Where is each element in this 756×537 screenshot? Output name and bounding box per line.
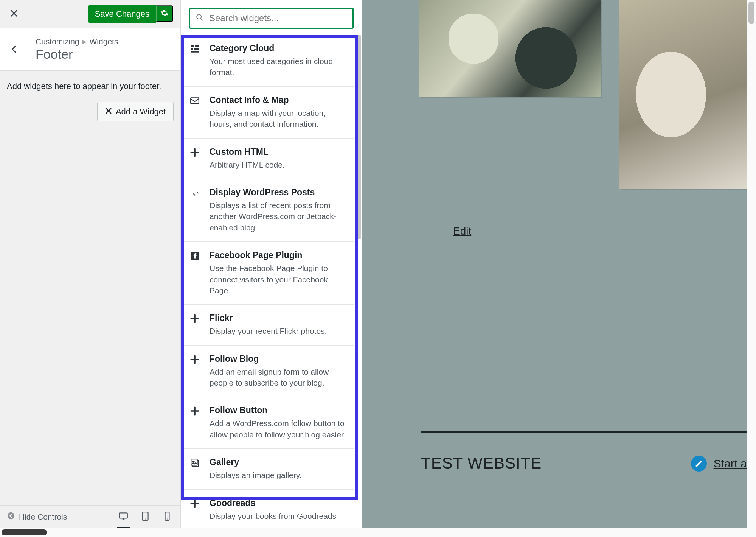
mobile-icon xyxy=(162,511,172,523)
widgets-instructions: Add widgets here to appear in your foote… xyxy=(7,81,174,91)
svg-rect-9 xyxy=(191,48,193,50)
widget-item-desc: Displays an image gallery. xyxy=(210,470,345,481)
preview-divider xyxy=(421,431,747,433)
breadcrumb-customizing: Customizing xyxy=(36,37,79,46)
tablet-icon xyxy=(140,511,150,523)
customizer-body: Add widgets here to appear in your foote… xyxy=(0,71,180,132)
widget-item-title: Follow Blog xyxy=(210,354,345,364)
widget-list: Category CloudYour most used categories … xyxy=(181,35,354,528)
widget-item-title: Contact Info & Map xyxy=(210,95,345,105)
mail-icon xyxy=(190,95,201,130)
desktop-icon xyxy=(118,511,128,523)
preview-edit-link[interactable]: Edit xyxy=(453,225,471,237)
save-changes-button[interactable]: Save Changes xyxy=(88,5,156,23)
gallery-icon xyxy=(190,457,201,481)
widget-item[interactable]: FlickrDisplay your recent Flickr photos. xyxy=(181,305,354,345)
widget-item-title: Follow Button xyxy=(210,405,345,416)
gear-icon xyxy=(161,9,168,18)
plus-icon xyxy=(190,354,201,389)
widget-item[interactable]: Custom HTMLArbitrary HTML code. xyxy=(181,139,354,179)
widget-item[interactable]: GalleryDisplays an image gallery. xyxy=(181,449,354,489)
widget-search-input[interactable] xyxy=(208,12,347,24)
widget-search-field[interactable] xyxy=(189,8,354,29)
widget-item[interactable]: Facebook Page PluginUse the Facebook Pag… xyxy=(181,242,354,305)
preview-cta[interactable]: Start a xyxy=(691,456,747,472)
widget-item-title: Goodreads xyxy=(210,498,345,508)
window-horizontal-scrollbar[interactable] xyxy=(0,528,747,537)
preview-cta-label: Start a xyxy=(714,457,747,470)
widget-item-title: Custom HTML xyxy=(210,147,345,157)
preview-image-1 xyxy=(419,0,601,97)
svg-point-5 xyxy=(167,518,168,519)
widget-item-desc: Display your books from Goodreads xyxy=(210,511,345,521)
widget-item-desc: Your most used categories in cloud forma… xyxy=(210,56,345,78)
site-preview: Edit TEST WEBSITE Start a xyxy=(362,0,747,528)
window-vertical-scrollbar[interactable] xyxy=(747,0,756,537)
svg-point-3 xyxy=(145,518,146,519)
preview-tablet-button[interactable] xyxy=(139,511,152,523)
preview-site-name: TEST WEBSITE xyxy=(421,454,542,472)
plus-icon xyxy=(190,313,201,336)
widget-item[interactable]: Follow BlogAdd an email signup form to a… xyxy=(181,346,354,397)
close-icon xyxy=(105,107,112,117)
widget-item-desc: Use the Facebook Page Plugin to connect … xyxy=(210,263,345,296)
widget-item[interactable]: Category CloudYour most used categories … xyxy=(181,35,354,87)
breadcrumb-separator-icon: ▸ xyxy=(82,37,87,46)
close-icon xyxy=(10,8,18,20)
section-title: Footer xyxy=(36,47,118,62)
widget-list-scrollbar[interactable] xyxy=(357,35,361,239)
pin-icon xyxy=(190,187,201,233)
svg-rect-7 xyxy=(191,45,194,47)
widget-item-title: Flickr xyxy=(210,313,345,323)
widget-item[interactable]: Display WordPress PostsDisplays a list o… xyxy=(181,179,354,242)
close-customizer-button[interactable] xyxy=(0,0,28,28)
preview-desktop-button[interactable] xyxy=(117,511,130,523)
plus-icon xyxy=(190,405,201,440)
svg-point-0 xyxy=(8,512,14,519)
widget-item-desc: Arbitrary HTML code. xyxy=(210,159,345,170)
chevron-left-icon xyxy=(10,43,18,56)
svg-rect-1 xyxy=(119,513,127,518)
breadcrumb-section: Widgets xyxy=(90,37,118,46)
widget-item[interactable]: GoodreadsDisplay your books from Goodrea… xyxy=(181,490,354,528)
widget-item-desc: Add a WordPress.com follow button to all… xyxy=(210,418,345,440)
breadcrumb: Customizing ▸ Widgets xyxy=(36,37,118,46)
save-options-button[interactable] xyxy=(156,5,173,22)
widget-item-desc: Add an email signup form to allow people… xyxy=(210,366,345,389)
svg-rect-10 xyxy=(194,48,199,50)
customizer-sidebar: Save Changes Cust xyxy=(0,0,181,528)
back-button[interactable] xyxy=(0,28,28,71)
customizer-topbar: Save Changes xyxy=(0,0,180,28)
widget-item-title: Display WordPress Posts xyxy=(210,187,345,198)
widget-picker-panel: Category CloudYour most used categories … xyxy=(181,0,362,528)
save-changes-label: Save Changes xyxy=(95,9,149,19)
widget-item[interactable]: Contact Info & MapDisplay a map with you… xyxy=(181,87,354,139)
widget-item-desc: Display a map with your location, hours,… xyxy=(210,107,345,130)
preview-image-2 xyxy=(619,0,747,189)
widget-item[interactable]: Follow ButtonAdd a WordPress.com follow … xyxy=(181,397,354,449)
hide-controls-label: Hide Controls xyxy=(19,512,67,521)
svg-point-16 xyxy=(193,461,194,462)
customizer-section-header: Customizing ▸ Widgets Footer xyxy=(0,28,180,71)
widget-item-desc: Display your recent Flickr photos. xyxy=(210,325,345,336)
widget-item-desc: Displays a list of recent posts from ano… xyxy=(210,200,345,233)
customizer-footer-bar: Hide Controls xyxy=(0,505,180,528)
add-widget-button[interactable]: Add a Widget xyxy=(97,102,174,121)
svg-rect-11 xyxy=(191,51,199,52)
plus-icon xyxy=(190,147,201,170)
chevron-left-circle-icon xyxy=(7,512,15,522)
svg-rect-8 xyxy=(195,45,199,47)
grid-icon xyxy=(190,43,201,78)
plus-icon xyxy=(190,498,201,521)
search-icon xyxy=(196,13,204,23)
preview-mobile-button[interactable] xyxy=(161,511,174,523)
add-widget-label: Add a Widget xyxy=(116,107,166,117)
facebook-icon xyxy=(190,250,201,296)
hide-controls-button[interactable]: Hide Controls xyxy=(7,512,67,522)
widget-item-title: Gallery xyxy=(210,457,345,467)
widget-item-title: Facebook Page Plugin xyxy=(210,250,345,260)
svg-rect-12 xyxy=(191,98,199,103)
pencil-circle-icon xyxy=(691,456,707,472)
widget-item-title: Category Cloud xyxy=(210,43,345,53)
